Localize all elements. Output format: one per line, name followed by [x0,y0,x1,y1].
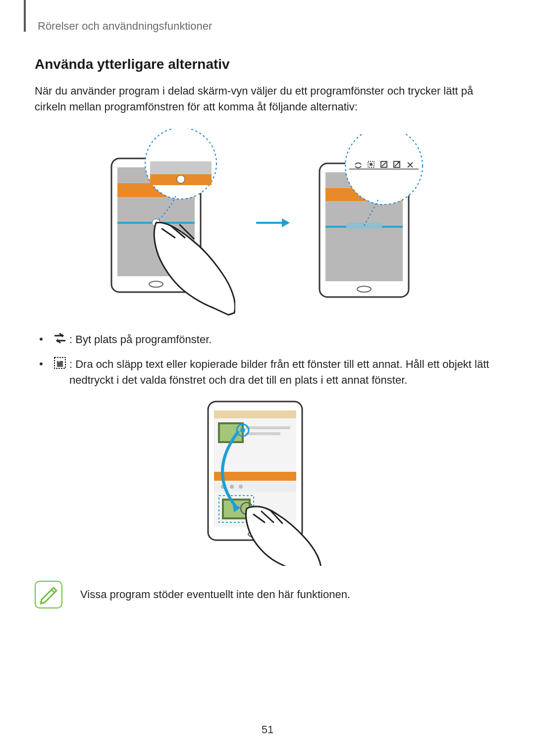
note-icon [35,581,62,608]
svg-marker-25 [56,339,58,343]
figure-drag-drop [35,398,500,566]
svg-rect-8 [150,161,212,174]
arrow-right-icon [255,215,290,230]
page-tab-mark [24,0,26,32]
bullet-dot [40,338,43,341]
illustration-tablet-options-toolbar [310,134,438,312]
svg-point-46 [240,428,245,433]
svg-marker-11 [282,218,290,227]
svg-rect-19 [349,168,419,170]
note-row: Vissa program stöder eventuellt inte den… [35,581,500,608]
bullet-dot [40,362,43,365]
svg-point-38 [230,485,234,489]
note-text: Vissa program stöder eventuellt inte den… [80,588,350,601]
svg-point-39 [239,485,243,489]
svg-point-21 [370,163,373,166]
svg-rect-30 [214,410,296,418]
svg-point-9 [177,175,185,183]
svg-rect-27 [57,361,63,367]
bullet-text: : Byt plats på programfönster. [69,332,500,348]
intro-paragraph: När du använder program i delad skärm-vy… [35,83,500,115]
illustration-drag-between-windows [193,398,342,566]
figure-split-screen-options [35,129,500,317]
options-bullet-list: : Byt plats på programfönster. : Dra och… [35,332,500,388]
page-number: 51 [0,723,535,736]
swap-icon [53,331,67,346]
section-title: Använda ytterligare alternativ [35,56,500,72]
illustration-tablet-tap-handle [97,129,235,317]
breadcrumb: Rörelser och användningsfunktioner [38,20,500,33]
svg-rect-35 [214,472,296,481]
svg-rect-33 [246,426,290,429]
bullet-drag-drop: : Dra och släpp text eller kopierade bil… [40,356,500,388]
bullet-text: : Dra och släpp text eller kopierade bil… [69,356,500,388]
bullet-swap-windows: : Byt plats på programfönster. [40,332,500,348]
svg-rect-34 [246,432,280,435]
drag-drop-icon [53,355,67,370]
svg-marker-24 [62,334,64,338]
